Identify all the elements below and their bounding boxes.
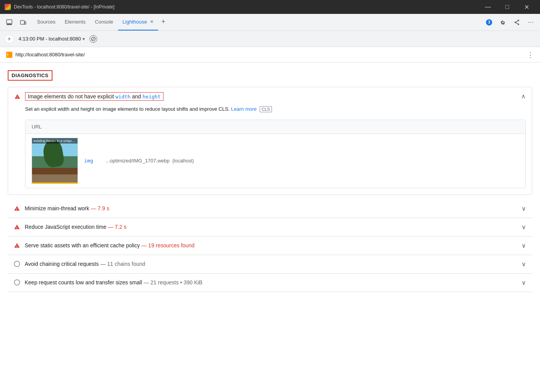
audit-collapsed-header-0: !Minimize main-thread work — 7.9 s∨ (8, 199, 532, 218)
audit-collapsed-title-4: Keep request counts low and transfer siz… (25, 279, 517, 286)
tab-sources-label: Sources (37, 19, 56, 25)
svg-rect-1 (7, 24, 12, 25)
audit-item-3[interactable]: Avoid chaining critical requests — 11 ch… (8, 255, 532, 274)
audit-item-2[interactable]: !Serve static assets with an efficient c… (8, 237, 532, 255)
devtools-tabs: Sources Elements Console Lighthouse ✕ + … (0, 14, 540, 31)
img-source-text: (localhost) (172, 158, 194, 164)
audit-item-image-dimensions: ! Image elements do not have explicit wi… (8, 87, 532, 195)
add-workspace-button[interactable]: + (5, 34, 14, 44)
svg-line-8 (515, 20, 518, 22)
minimize-button[interactable]: — (479, 0, 497, 14)
tab-elements[interactable]: Elements (60, 14, 90, 30)
audit-value-4: — 21 requests • 390 KiB (143, 279, 202, 286)
triangle-warning-icon: ! (14, 93, 20, 100)
expand-chevron-icon-3[interactable]: ∨ (521, 260, 526, 268)
main-content: DIAGNOSTICS ! Image elements do not have… (0, 63, 540, 392)
maximize-button[interactable]: □ (498, 0, 516, 14)
settings-icon (500, 19, 506, 25)
audit-value-2: — 19 resources found (141, 242, 194, 248)
notification-count: 3 (488, 20, 490, 24)
audit-table: URL existing haven in a unique natural p… (25, 120, 526, 188)
tab-console[interactable]: Console (90, 14, 118, 30)
add-tab-icon: + (161, 18, 165, 26)
expand-chevron-icon-0[interactable]: ∨ (521, 205, 526, 212)
stop-icon (91, 37, 96, 41)
table-column-url: URL (32, 124, 42, 130)
circle-icon-3 (14, 261, 20, 267)
browser-icon (5, 4, 11, 10)
audit-table-header: URL (25, 120, 525, 134)
warning-icon-1: ! (14, 224, 20, 230)
svg-rect-2 (20, 20, 24, 24)
svg-rect-0 (7, 20, 12, 24)
share-button[interactable] (511, 16, 523, 29)
more-button[interactable]: ⋯ (525, 16, 537, 29)
favicon-icon: ! (6, 52, 12, 58)
audit-collapsed-title-1: Reduce JavaScript execution time — 7.2 s (25, 224, 517, 230)
audit-description: Set an explicit width and height on imag… (25, 105, 526, 113)
audit-item-1[interactable]: !Reduce JavaScript execution time — 7.2 … (8, 218, 532, 237)
expand-chevron-icon-1[interactable]: ∨ (521, 223, 526, 231)
audit-collapsed-header-2: !Serve static assets with an efficient c… (8, 237, 532, 255)
circle-icon-4 (14, 279, 20, 286)
titlebar-left: DevTools - localhost:8080/travel-site/ -… (5, 4, 115, 10)
audit-item-image-dimensions-header[interactable]: ! Image elements do not have explicit wi… (8, 87, 532, 105)
svg-text:!: ! (16, 208, 17, 211)
tab-close-icon[interactable]: ✕ (150, 19, 154, 24)
url-more-icon[interactable]: ⋮ (527, 51, 534, 59)
dock-icon (6, 19, 12, 25)
titlebar-title: DevTools - localhost:8080/travel-site/ -… (14, 4, 115, 10)
warning-icon: ! (14, 93, 20, 100)
audit-item-0[interactable]: !Minimize main-thread work — 7.9 s∨ (8, 199, 532, 218)
url-text[interactable]: http://localhost:8080/travel-site/ (15, 52, 524, 57)
svg-text:!: ! (7, 52, 8, 57)
collapsed-audits: !Minimize main-thread work — 7.9 s∨!Redu… (8, 199, 532, 292)
warning-icon-0: ! (14, 205, 20, 211)
audit-collapsed-header-4: Keep request counts low and transfer siz… (8, 274, 532, 292)
cls-badge: CLS (260, 106, 272, 112)
collapse-chevron-icon[interactable]: ∧ (521, 93, 526, 100)
host-dropdown-icon[interactable]: ▾ (83, 36, 85, 42)
audit-item-4[interactable]: Keep request counts low and transfer siz… (8, 274, 532, 292)
audit-collapsed-header-3: Avoid chaining critical requests — 11 ch… (8, 255, 532, 273)
diagnostics-header: DIAGNOSTICS (8, 70, 52, 81)
svg-line-11 (92, 37, 95, 41)
svg-rect-3 (25, 22, 26, 24)
svg-line-9 (515, 22, 518, 24)
svg-text:!: ! (16, 245, 17, 248)
devtools-right: 3 ⋯ (483, 14, 537, 30)
titlebar-controls: — □ ✕ (479, 0, 535, 14)
audit-title-mid: and (130, 93, 142, 100)
timestamp: 4:13:00 PM - localhost:8080 ▾ (19, 36, 85, 42)
host-text: localhost:8080 (49, 36, 81, 42)
svg-text:!: ! (17, 96, 18, 99)
audit-value-3: — 11 chains found (100, 261, 145, 267)
audit-collapsed-header-1: !Reduce JavaScript execution time — 7.2 … (8, 218, 532, 236)
img-url-group: ...optimized/IMG_1707.webp (localhost) (106, 158, 194, 164)
titlebar: DevTools - localhost:8080/travel-site/ -… (0, 0, 540, 14)
close-button[interactable]: ✕ (518, 0, 535, 14)
settings-button[interactable] (497, 16, 509, 29)
expand-chevron-icon-4[interactable]: ∨ (521, 279, 526, 286)
devices-button[interactable] (17, 16, 29, 29)
stop-button[interactable] (89, 35, 97, 43)
devices-icon (20, 19, 26, 25)
audit-collapsed-title-3: Avoid chaining critical requests — 11 ch… (25, 261, 517, 267)
notification-button[interactable]: 3 (483, 16, 495, 29)
thumbnail-image (32, 138, 78, 184)
tab-sources[interactable]: Sources (32, 14, 60, 30)
dock-button[interactable] (3, 16, 15, 29)
audit-title-code2: height (143, 94, 161, 100)
tab-lighthouse-label: Lighthouse (123, 19, 147, 25)
tab-add-button[interactable]: + (158, 14, 169, 30)
warning-icon-2: ! (14, 242, 20, 248)
url-bar: ! http://localhost:8080/travel-site/ ⋮ (0, 47, 540, 63)
time-text: 4:13:00 PM (19, 36, 44, 42)
image-thumbnail: existing haven in a unique natural parad… (32, 138, 78, 184)
expand-chevron-icon-2[interactable]: ∨ (521, 242, 526, 249)
tab-console-label: Console (95, 19, 113, 25)
learn-more-link[interactable]: Learn more (231, 106, 256, 112)
address-bar: + 4:13:00 PM - localhost:8080 ▾ (0, 31, 540, 47)
svg-text:!: ! (16, 226, 17, 230)
tab-lighthouse[interactable]: Lighthouse ✕ (118, 14, 159, 30)
